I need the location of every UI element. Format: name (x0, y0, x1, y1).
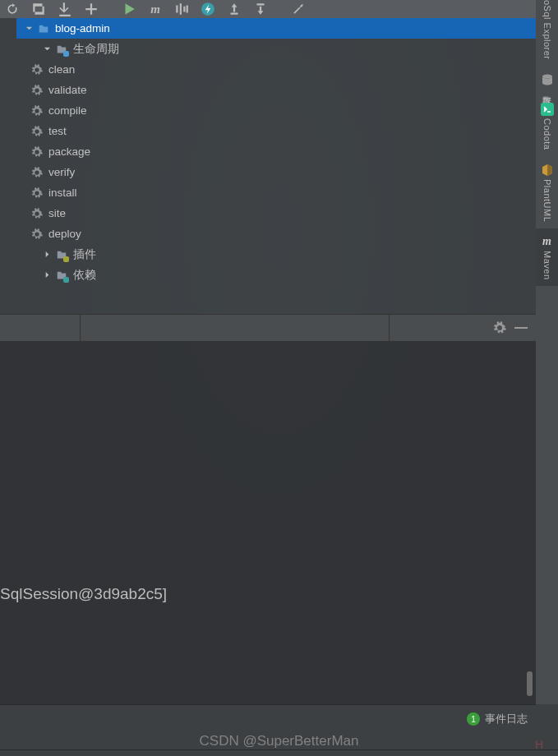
gear-icon (30, 63, 44, 76)
gear-icon[interactable] (493, 321, 506, 334)
event-log-button[interactable]: 事件日志 (485, 712, 528, 726)
watermark: CSDN @SuperBetterMan (0, 733, 558, 749)
chevron-down-icon[interactable] (23, 23, 35, 35)
refresh-icon[interactable] (5, 2, 20, 16)
gear-icon (30, 125, 44, 138)
maven-toolbar: m (0, 0, 536, 18)
tree-root-blog-admin[interactable]: blog-admin (16, 18, 536, 39)
gear-icon (30, 104, 44, 118)
folder-deps-icon (55, 269, 68, 282)
console-text: SqlSession@3d9ab2c5] (0, 585, 167, 603)
tree-label: 插件 (73, 247, 96, 262)
folder-plugins-icon (55, 248, 68, 261)
rail-maven[interactable]: mMaven (536, 228, 558, 287)
rail-codota[interactable]: Codota (536, 96, 558, 156)
play-icon[interactable] (122, 2, 136, 16)
upload-in-icon[interactable] (253, 2, 268, 16)
goal-install[interactable]: install (16, 182, 536, 203)
console-header (0, 314, 536, 342)
tree-plugins[interactable]: 插件 (16, 244, 536, 265)
bottom-border (0, 749, 558, 756)
sync-icon[interactable] (31, 2, 46, 16)
gear-icon (30, 207, 44, 220)
upload-out-icon[interactable] (227, 2, 242, 16)
goal-label: clean (48, 63, 75, 76)
rail-plantuml[interactable]: PlantUML (536, 157, 558, 228)
goal-label: deploy (48, 228, 81, 240)
right-tool-rail: oSql Explorer 数据库 Codota PlantUML mMaven (536, 0, 558, 704)
rail-osql-explorer[interactable]: oSql Explorer (536, 0, 558, 67)
console-seg-2 (81, 315, 390, 341)
status-bar: 1 事件日志 (0, 704, 536, 733)
goal-label: test (48, 125, 67, 137)
console-seg-1 (0, 315, 81, 341)
cube-icon (541, 164, 554, 177)
download-icon[interactable] (58, 2, 72, 16)
goal-label: verify (48, 166, 75, 178)
goal-label: install (48, 187, 77, 199)
svg-point-1 (542, 74, 552, 78)
chevron-right-icon[interactable] (41, 249, 53, 260)
terminal-icon (541, 103, 554, 116)
rail-database[interactable]: 数据库 (536, 67, 558, 97)
goal-label: site (48, 207, 66, 219)
scrollbar-thumb[interactable] (527, 671, 533, 696)
chevron-down-icon[interactable] (41, 44, 53, 55)
waveform-icon[interactable] (174, 2, 189, 16)
gear-icon (30, 187, 44, 200)
goal-label: package (48, 145, 90, 158)
minimize-icon[interactable] (514, 321, 528, 334)
bolt-icon[interactable] (201, 2, 215, 16)
goal-package[interactable]: package (16, 141, 536, 162)
maven-tree-panel: blog-admin 生命周期 clean validate compile t… (16, 18, 536, 314)
console-output[interactable]: SqlSession@3d9ab2c5] (0, 342, 536, 704)
gear-icon (30, 166, 44, 179)
tree-dependencies[interactable]: 依赖 (16, 265, 536, 285)
event-count-badge[interactable]: 1 (467, 712, 480, 726)
maven-m-icon: m (541, 235, 554, 248)
folder-gear-icon (55, 43, 68, 56)
tree-label: blog-admin (55, 22, 110, 35)
goal-deploy[interactable]: deploy (16, 224, 536, 244)
goal-validate[interactable]: validate (16, 80, 536, 100)
module-icon (37, 22, 50, 35)
gear-icon (30, 84, 44, 97)
svg-rect-3 (514, 327, 528, 329)
tree-label: 生命周期 (73, 42, 119, 57)
goal-site[interactable]: site (16, 203, 536, 224)
goal-verify[interactable]: verify (16, 162, 536, 182)
gear-icon (30, 228, 44, 241)
watermark-red: H (535, 738, 543, 751)
chevron-right-icon[interactable] (41, 270, 53, 281)
goal-compile[interactable]: compile (16, 100, 536, 121)
goal-label: validate (48, 84, 87, 96)
tree-label: 依赖 (73, 268, 96, 283)
goal-clean[interactable]: clean (16, 59, 536, 80)
goal-test[interactable]: test (16, 121, 536, 141)
tree-lifecycle[interactable]: 生命周期 (16, 39, 536, 59)
gear-icon (30, 145, 44, 159)
wrench-icon[interactable] (291, 2, 306, 16)
goal-label: compile (48, 104, 87, 117)
m-logo-icon[interactable]: m (148, 2, 163, 16)
stack-icon (541, 73, 554, 86)
add-icon[interactable] (84, 2, 99, 16)
